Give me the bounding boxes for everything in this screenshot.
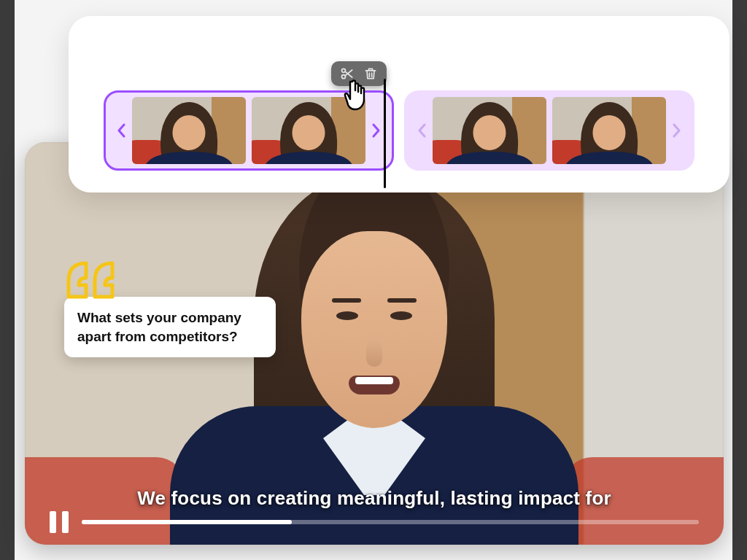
clip-thumbnail <box>132 97 246 164</box>
progress-track[interactable] <box>82 520 699 524</box>
question-text: What sets your company apart from compet… <box>64 297 276 357</box>
timeline-panel <box>69 16 729 192</box>
scissors-icon[interactable] <box>340 66 355 81</box>
clip-thumbnail <box>433 97 546 164</box>
clip-split-toolbar <box>331 61 387 86</box>
clip-trim-left[interactable] <box>412 97 433 164</box>
clip-thumbnail <box>552 97 666 164</box>
clip-thumbnail <box>252 97 365 164</box>
pause-button[interactable] <box>50 511 69 533</box>
trash-icon[interactable] <box>363 66 378 81</box>
player-controls <box>50 511 699 533</box>
timeline-playhead[interactable] <box>384 79 386 188</box>
video-caption: We focus on creating meaningful, lasting… <box>95 486 654 510</box>
clip-trim-left[interactable] <box>112 97 132 164</box>
timeline-clip[interactable] <box>404 90 694 171</box>
timeline-clip[interactable] <box>104 90 394 171</box>
quote-icon <box>64 259 276 300</box>
timeline-clips[interactable] <box>104 90 694 171</box>
video-preview[interactable]: What sets your company apart from compet… <box>25 142 724 545</box>
clip-trim-right[interactable] <box>666 97 686 164</box>
clip-trim-right[interactable] <box>365 97 386 164</box>
question-overlay: What sets your company apart from compet… <box>64 259 276 357</box>
progress-fill <box>82 520 292 524</box>
